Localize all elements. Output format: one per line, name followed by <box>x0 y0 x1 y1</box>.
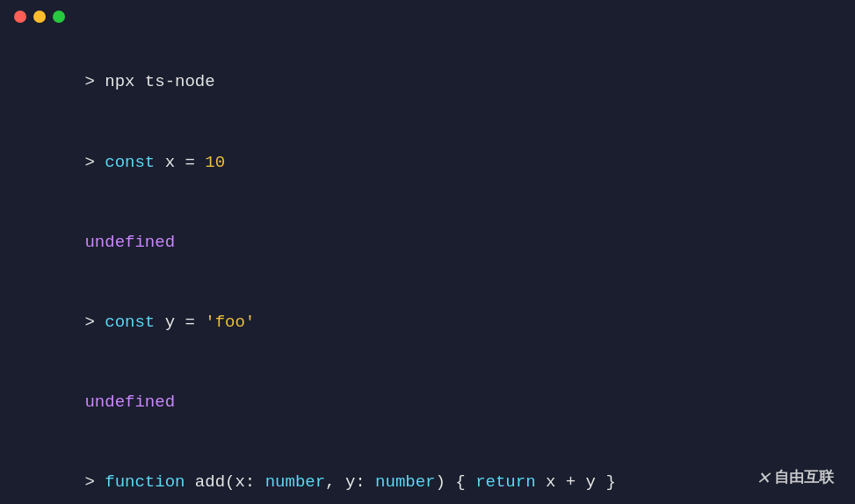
code-text: x + y } <box>536 472 616 492</box>
undefined-result: undefined <box>84 233 175 252</box>
command-text: npx ts-node <box>105 72 214 91</box>
code-text: , y: <box>325 472 375 492</box>
terminal-line: > npx ts-node <box>25 42 830 122</box>
terminal-line: > const y = 'foo' <box>25 283 830 363</box>
number-value: 10 <box>205 153 225 172</box>
terminal-line: undefined <box>25 363 830 443</box>
code-text: add(x: <box>185 472 264 492</box>
close-button[interactable] <box>14 11 26 23</box>
watermark: ✕ 自由互联 <box>757 464 834 490</box>
keyword: const <box>105 313 155 332</box>
terminal-line: undefined <box>25 202 830 282</box>
prompt-symbol: > <box>84 313 105 332</box>
code-text: y = <box>155 313 205 332</box>
terminal-line: > function add(x: number, y: number) { r… <box>25 443 830 504</box>
terminal-line: > const x = 10 <box>25 122 830 202</box>
keyword: const <box>105 153 155 172</box>
watermark-text: 自由互联 <box>774 467 834 487</box>
traffic-lights <box>14 11 65 23</box>
watermark-icon: ✕ <box>757 464 769 490</box>
code-text: ) { <box>436 472 476 492</box>
prompt-symbol: > <box>84 72 105 91</box>
string-value: 'foo' <box>205 313 255 332</box>
prompt-symbol: > <box>84 472 105 492</box>
type-keyword: number <box>265 472 325 492</box>
terminal-window: > npx ts-node > const x = 10 undefined >… <box>0 0 855 504</box>
prompt-symbol: > <box>84 153 105 172</box>
code-text: x = <box>155 153 205 172</box>
minimize-button[interactable] <box>33 11 46 23</box>
keyword: return <box>475 472 535 492</box>
keyword: function <box>105 472 185 492</box>
title-bar <box>0 0 855 33</box>
undefined-result: undefined <box>84 392 175 412</box>
terminal-body: > npx ts-node > const x = 10 undefined >… <box>0 33 855 504</box>
maximize-button[interactable] <box>53 11 65 23</box>
type-keyword: number <box>375 472 435 492</box>
